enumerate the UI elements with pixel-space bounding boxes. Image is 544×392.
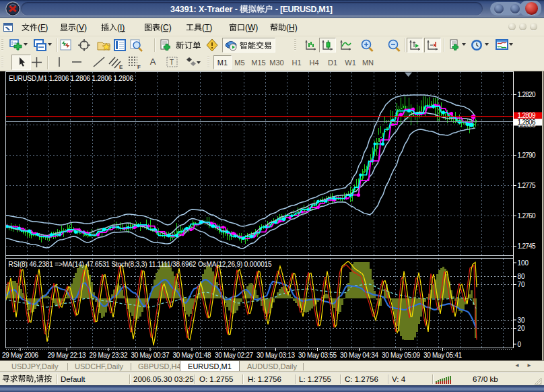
svg-text:30 May 02:27: 30 May 02:27 [215, 352, 253, 359]
svg-text:1.2775: 1.2775 [518, 182, 536, 189]
svg-text:30: 30 [518, 317, 526, 324]
svg-text:30 May 03:13: 30 May 03:13 [257, 352, 295, 359]
svg-text:29 May 22:13: 29 May 22:13 [48, 352, 86, 359]
svg-text:T: T [170, 59, 174, 66]
svg-text:E: E [119, 64, 123, 69]
svg-text:1.2760: 1.2760 [518, 212, 536, 220]
svg-text:EURUSD,M1 1.2806 1.2806 1.280: EURUSD,M1 1.2806 1.2806 1.2806 1.2806 [9, 75, 133, 82]
svg-text:30 May 05:09: 30 May 05:09 [382, 352, 420, 359]
svg-text:80: 80 [518, 273, 526, 280]
svg-text:1.2820: 1.2820 [518, 91, 536, 98]
svg-text:F: F [137, 64, 141, 69]
svg-text:30 May 04:34: 30 May 04:34 [340, 352, 378, 359]
svg-text:29 May 23:32: 29 May 23:32 [90, 352, 128, 359]
svg-text:RSI(8) 46.2381 =>MA(14) 47.65: RSI(8) 46.2381 =>MA(14) 47.6531 Stoch(8,… [9, 261, 272, 268]
svg-text:30 May 05:41: 30 May 05:41 [423, 352, 462, 359]
svg-text:1.2790: 1.2790 [518, 152, 536, 159]
svg-text:0: 0 [518, 341, 522, 348]
svg-text:1.2806: 1.2806 [518, 119, 536, 126]
svg-text:30 May 01:48: 30 May 01:48 [173, 352, 211, 359]
svg-text:30 May 03:55: 30 May 03:55 [298, 352, 337, 359]
svg-text:1.2745: 1.2745 [518, 242, 536, 250]
svg-text:70: 70 [518, 281, 526, 288]
svg-text:20: 20 [518, 325, 526, 332]
svg-text:100: 100 [518, 259, 529, 267]
svg-text:30 May 00:37: 30 May 00:37 [131, 352, 170, 359]
svg-text:29 May 2006: 29 May 2006 [2, 352, 38, 359]
